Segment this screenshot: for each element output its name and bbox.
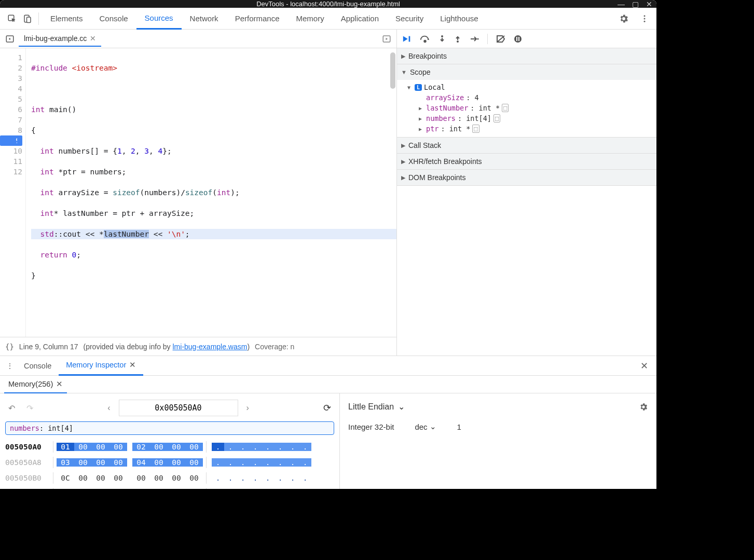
- more-menu-icon[interactable]: [637, 11, 652, 26]
- ascii-char[interactable]: .: [299, 474, 311, 482]
- tab-performance[interactable]: Performance: [227, 8, 288, 30]
- page-forward-icon[interactable]: ›: [243, 402, 252, 414]
- tab-security[interactable]: Security: [387, 8, 432, 30]
- hex-byte[interactable]: 00: [150, 474, 168, 482]
- hex-byte[interactable]: 00: [74, 474, 92, 482]
- hex-byte[interactable]: 00: [92, 474, 109, 482]
- hex-byte[interactable]: 03: [57, 458, 74, 467]
- hex-byte[interactable]: 00: [185, 458, 203, 467]
- hex-row[interactable]: 005050B00C00000000000000........: [5, 470, 334, 486]
- breakpoints-section-header[interactable]: ▶ Breakpoints: [397, 48, 656, 64]
- endianness-selector[interactable]: Little Endian: [348, 402, 394, 412]
- close-memory-tab-icon[interactable]: ✕: [56, 380, 63, 388]
- editor-scrollbar[interactable]: [390, 52, 395, 89]
- line-gutter[interactable]: 1234 5678 9101112: [0, 48, 26, 337]
- dom-breakpoints-section-header[interactable]: ▶DOM Breakpoints: [397, 170, 656, 185]
- memory-reveal-icon[interactable]: ⬚: [493, 114, 500, 122]
- value-settings-gear-icon[interactable]: [639, 402, 648, 412]
- tab-sources[interactable]: Sources: [136, 8, 182, 30]
- highlighted-object-pill[interactable]: numbers: int[4]: [5, 421, 334, 435]
- memory-reveal-icon[interactable]: ⬚: [472, 125, 479, 133]
- close-file-tab-icon[interactable]: ✕: [90, 34, 96, 43]
- hex-byte[interactable]: 00: [92, 458, 109, 467]
- hex-byte[interactable]: 00: [74, 458, 92, 467]
- scope-var-lastNumber[interactable]: ▶ lastNumber: int * ⬚: [397, 103, 656, 113]
- value-base-selector[interactable]: dec⌄: [415, 422, 436, 431]
- ascii-char[interactable]: .: [262, 474, 274, 482]
- hex-byte[interactable]: 02: [132, 443, 150, 451]
- drawer-tab-memory-inspector[interactable]: Memory Inspector ✕: [59, 356, 143, 376]
- ascii-char[interactable]: .: [224, 458, 237, 467]
- hex-byte[interactable]: 00: [168, 474, 185, 482]
- ascii-char[interactable]: .: [212, 458, 224, 467]
- scope-var-ptr[interactable]: ▶ ptr: int * ⬚: [397, 124, 656, 134]
- wasm-source-link[interactable]: lmi-bug-example.wasm: [173, 343, 248, 351]
- hex-byte[interactable]: 00: [168, 443, 185, 451]
- memory-reveal-icon[interactable]: ⬚: [502, 104, 509, 112]
- scope-var-numbers[interactable]: ▶ numbers: int[4] ⬚: [397, 113, 656, 124]
- ascii-char[interactable]: .: [249, 443, 262, 451]
- tab-memory[interactable]: Memory: [288, 8, 333, 30]
- xhr-breakpoints-section-header[interactable]: ▶XHR/fetch Breakpoints: [397, 154, 656, 169]
- ascii-char[interactable]: .: [299, 443, 311, 451]
- hex-byte[interactable]: 01: [57, 443, 74, 451]
- drawer-close-icon[interactable]: ✕: [635, 360, 653, 372]
- tab-application[interactable]: Application: [333, 8, 387, 30]
- close-drawer-tab-icon[interactable]: ✕: [129, 361, 136, 369]
- ascii-char[interactable]: .: [274, 458, 286, 467]
- hex-byte[interactable]: 00: [92, 443, 109, 451]
- ascii-char[interactable]: .: [237, 458, 249, 467]
- ascii-char[interactable]: .: [274, 443, 286, 451]
- step-over-button[interactable]: [420, 35, 430, 43]
- ascii-char[interactable]: .: [262, 458, 274, 467]
- resume-button[interactable]: [402, 35, 412, 43]
- hex-byte[interactable]: 00: [185, 474, 203, 482]
- hex-byte[interactable]: 00: [132, 474, 150, 482]
- ascii-char[interactable]: .: [274, 474, 286, 482]
- hex-row[interactable]: 005050B80C00000000000000........: [5, 486, 334, 489]
- code-editor[interactable]: 1234 5678 9101112 #include <iostream> in…: [0, 48, 396, 337]
- ascii-char[interactable]: .: [286, 474, 299, 482]
- hex-byte[interactable]: 00: [168, 458, 185, 467]
- device-toggle-icon[interactable]: [20, 11, 35, 26]
- memory-address-input[interactable]: [119, 400, 238, 416]
- window-minimize-button[interactable]: —: [618, 0, 625, 8]
- hex-viewer[interactable]: 005050A00100000002000000........005050A8…: [5, 439, 334, 489]
- settings-gear-icon[interactable]: [616, 11, 632, 26]
- ascii-char[interactable]: .: [299, 458, 311, 467]
- page-back-icon[interactable]: ‹: [104, 402, 113, 414]
- ascii-char[interactable]: .: [262, 443, 274, 451]
- pause-on-exceptions-button[interactable]: [514, 35, 522, 43]
- deactivate-breakpoints-button[interactable]: [496, 35, 505, 43]
- ascii-char[interactable]: .: [224, 474, 237, 482]
- ascii-char[interactable]: .: [224, 443, 237, 451]
- tab-console[interactable]: Console: [91, 8, 136, 30]
- ascii-char[interactable]: .: [286, 443, 299, 451]
- tab-lighthouse[interactable]: Lighthouse: [432, 8, 486, 30]
- scope-section-header[interactable]: ▼ Scope: [397, 64, 656, 80]
- navigator-toggle-icon[interactable]: [3, 32, 17, 46]
- ascii-char[interactable]: .: [249, 458, 262, 467]
- drawer-tab-console[interactable]: Console: [17, 356, 59, 376]
- memory-instance-tab[interactable]: Memory(256) ✕: [4, 376, 67, 393]
- call-stack-section-header[interactable]: ▶Call Stack: [397, 138, 656, 153]
- step-into-button[interactable]: [438, 35, 446, 43]
- tab-elements[interactable]: Elements: [42, 8, 91, 30]
- scope-local-row[interactable]: ▼ L Local: [397, 82, 656, 92]
- history-back-icon[interactable]: ↶: [5, 402, 18, 414]
- hex-byte[interactable]: 00: [109, 443, 127, 451]
- ascii-char[interactable]: .: [237, 443, 249, 451]
- tab-network[interactable]: Network: [182, 8, 227, 30]
- hex-row[interactable]: 005050A00100000002000000........: [5, 439, 334, 455]
- hex-byte[interactable]: 00: [150, 458, 168, 467]
- step-out-button[interactable]: [454, 35, 461, 43]
- hex-byte[interactable]: 04: [132, 458, 150, 467]
- window-maximize-button[interactable]: ▢: [632, 0, 639, 8]
- format-icon[interactable]: {}: [5, 343, 14, 351]
- chevron-down-icon[interactable]: ⌄: [398, 402, 405, 412]
- hex-byte[interactable]: 00: [185, 443, 203, 451]
- hex-byte[interactable]: 00: [109, 474, 127, 482]
- hex-byte[interactable]: 00: [74, 443, 92, 451]
- ascii-char[interactable]: .: [212, 474, 224, 482]
- window-close-button[interactable]: ✕: [646, 0, 652, 8]
